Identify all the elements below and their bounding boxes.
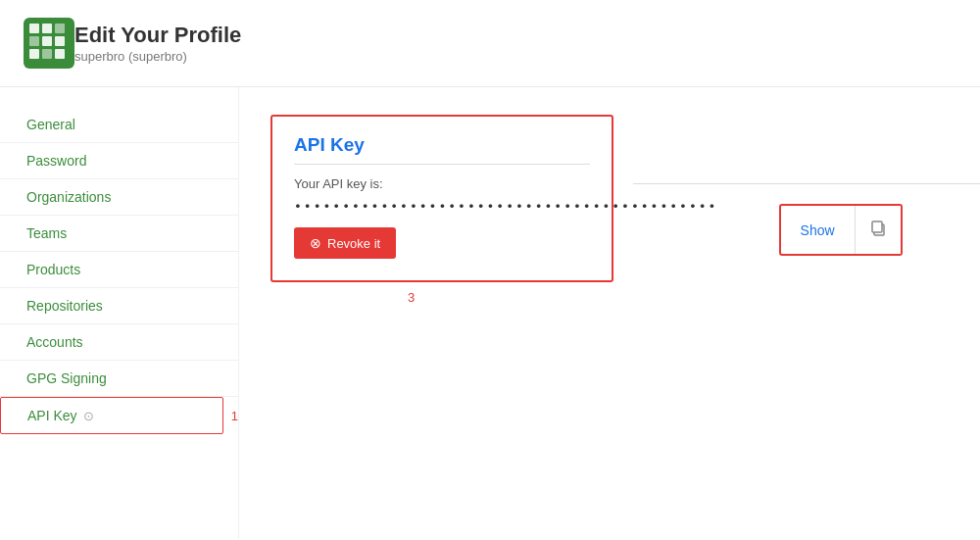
sidebar-item-label: GPG Signing: [26, 370, 107, 386]
main-content: API Key Your API key is: •••••••••••••••…: [239, 87, 980, 539]
sidebar-item-password[interactable]: Password: [0, 143, 238, 179]
main-layout: General Password Organizations Teams Pro…: [0, 87, 980, 539]
svg-rect-1: [29, 24, 39, 33]
page-title: Edit Your Profile: [74, 23, 241, 48]
sidebar-item-general[interactable]: General: [0, 107, 238, 143]
sidebar-item-label: Accounts: [26, 334, 83, 350]
sidebar: General Password Organizations Teams Pro…: [0, 87, 239, 539]
sidebar-item-api-key[interactable]: API Key ⊙: [0, 397, 223, 434]
revoke-label: Revoke it: [327, 236, 380, 251]
sidebar-item-label: Repositories: [26, 298, 103, 314]
api-key-value: ••••••••••••••••••••••••••••••••••••••••…: [294, 199, 590, 214]
sidebar-item-teams[interactable]: Teams: [0, 216, 238, 252]
sidebar-item-label: API Key: [27, 408, 77, 423]
sidebar-item-label: Organizations: [26, 189, 111, 205]
sidebar-item-label: General: [26, 117, 75, 132]
api-key-label: Your API key is:: [294, 176, 590, 191]
arrow-circle-icon: ⊙: [83, 409, 94, 423]
api-key-section: API Key Your API key is: •••••••••••••••…: [270, 115, 613, 282]
svg-rect-5: [42, 36, 52, 46]
show-button[interactable]: Show: [781, 209, 855, 252]
circle-x-icon: ⊗: [310, 235, 321, 251]
svg-rect-4: [29, 36, 39, 46]
sidebar-item-products[interactable]: Products: [0, 252, 238, 288]
show-btn-container: Show: [779, 204, 903, 256]
header-text: Edit Your Profile superbro (superbro): [74, 23, 241, 63]
sidebar-item-gpg-signing[interactable]: GPG Signing: [0, 361, 238, 397]
sidebar-item-label: Products: [26, 262, 80, 277]
svg-rect-11: [872, 221, 882, 232]
sidebar-item-accounts[interactable]: Accounts: [0, 324, 238, 361]
sidebar-item-organizations[interactable]: Organizations: [0, 179, 238, 216]
annotation-1: 1: [231, 409, 238, 423]
page-subtitle: superbro (superbro): [74, 49, 241, 64]
svg-rect-9: [55, 49, 65, 59]
svg-rect-7: [29, 49, 39, 59]
svg-rect-2: [42, 24, 52, 33]
revoke-button[interactable]: ⊗ Revoke it: [294, 227, 396, 259]
sidebar-item-repositories[interactable]: Repositories: [0, 288, 238, 324]
annotation-3: 3: [408, 290, 980, 305]
copy-icon: [869, 220, 887, 240]
sidebar-item-label: Teams: [26, 225, 67, 241]
svg-rect-3: [55, 24, 65, 33]
sidebar-item-label: Password: [26, 153, 86, 169]
show-label: Show: [801, 222, 835, 238]
api-key-title: API Key: [294, 134, 590, 165]
copy-button[interactable]: [855, 206, 901, 254]
header: Edit Your Profile superbro (superbro): [0, 0, 980, 87]
svg-rect-6: [55, 36, 65, 46]
app-logo: [24, 18, 74, 69]
svg-rect-8: [42, 49, 52, 59]
